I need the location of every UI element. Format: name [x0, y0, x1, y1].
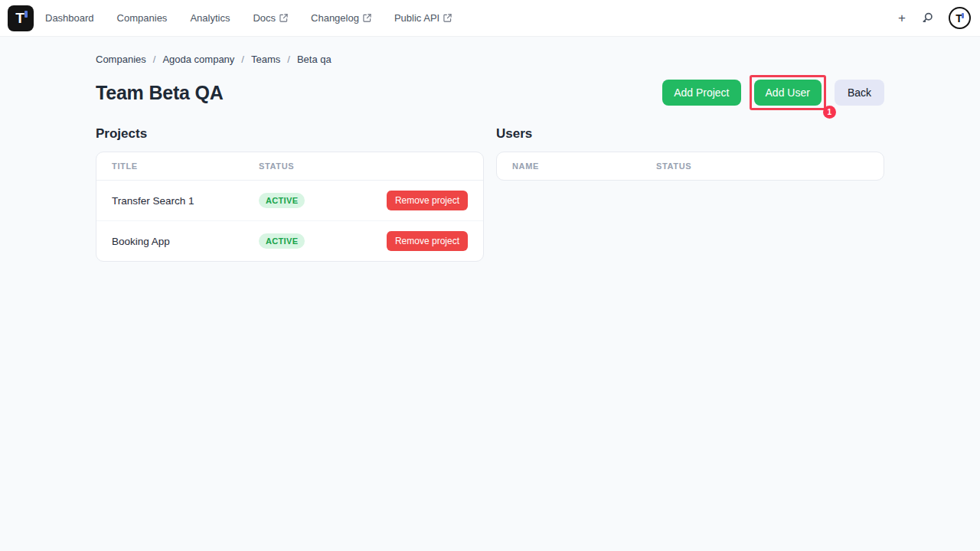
page-title: Team Beta QA: [96, 82, 224, 104]
breadcrumb-separator: /: [287, 54, 290, 65]
external-link-icon: [279, 14, 288, 22]
users-table-header: NAME STATUS: [497, 152, 884, 180]
add-project-button[interactable]: Add Project: [662, 80, 740, 106]
nav-item-companies[interactable]: Companies: [117, 12, 168, 24]
content-sections: Projects TITLE STATUS Transfer Search 1 …: [96, 126, 884, 262]
projects-table-header: TITLE STATUS: [96, 152, 483, 181]
projects-heading: Projects: [96, 126, 484, 142]
remove-project-button[interactable]: Remove project: [387, 191, 468, 210]
main-container: Companies / Agoda company / Teams / Beta…: [96, 54, 884, 262]
projects-table: TITLE STATUS Transfer Search 1 ACTIVE Re…: [96, 152, 484, 262]
table-row: Booking App ACTIVE Remove project: [96, 220, 483, 261]
project-title: Transfer Search 1: [112, 195, 259, 207]
plus-icon[interactable]: +: [898, 11, 906, 24]
breadcrumb-teams[interactable]: Teams: [251, 54, 280, 65]
external-link-icon: [363, 14, 371, 22]
page-actions: Add Project Add User 1 Back: [662, 75, 884, 110]
remove-project-button[interactable]: Remove project: [387, 231, 468, 251]
user-avatar[interactable]: T: [949, 7, 971, 29]
top-navbar: T Dashboard Companies Analytics Docs Cha…: [0, 0, 980, 37]
projects-section: Projects TITLE STATUS Transfer Search 1 …: [96, 126, 484, 262]
breadcrumb-agoda-company[interactable]: Agoda company: [162, 54, 234, 65]
breadcrumb-companies[interactable]: Companies: [96, 54, 146, 65]
nav-item-dashboard[interactable]: Dashboard: [45, 12, 94, 24]
column-status: STATUS: [656, 161, 868, 171]
title-row: Team Beta QA Add Project Add User 1 Back: [96, 75, 884, 110]
users-section: Users NAME STATUS: [496, 126, 884, 181]
add-user-button[interactable]: Add User: [754, 80, 822, 106]
column-status: STATUS: [259, 161, 468, 171]
breadcrumb-current: Beta qa: [297, 54, 332, 65]
nav-links: Dashboard Companies Analytics Docs Chang…: [45, 12, 452, 24]
status-badge: ACTIVE: [259, 193, 305, 208]
users-heading: Users: [496, 126, 884, 142]
breadcrumb: Companies / Agoda company / Teams / Beta…: [96, 54, 884, 65]
nav-item-public-api[interactable]: Public API: [394, 12, 452, 24]
annotation-highlight-box: Add User 1: [750, 75, 826, 110]
app-logo[interactable]: T: [8, 5, 34, 31]
status-badge: ACTIVE: [259, 233, 305, 249]
external-link-icon: [443, 14, 452, 22]
logo-letter: T: [15, 11, 24, 25]
avatar-logo-accent: [962, 13, 964, 18]
nav-item-docs[interactable]: Docs: [253, 12, 288, 24]
users-table: NAME STATUS: [496, 152, 884, 181]
project-title: Booking App: [112, 236, 259, 247]
nav-item-changelog[interactable]: Changelog: [311, 12, 371, 24]
logo-accent: [24, 11, 28, 18]
column-title: TITLE: [112, 161, 259, 171]
nav-item-analytics[interactable]: Analytics: [190, 12, 230, 24]
column-name: NAME: [512, 161, 656, 171]
back-button[interactable]: Back: [835, 80, 884, 106]
table-row: Transfer Search 1 ACTIVE Remove project: [96, 181, 483, 220]
breadcrumb-separator: /: [153, 54, 156, 65]
breadcrumb-separator: /: [241, 54, 244, 65]
navbar-right: + T: [898, 7, 971, 29]
annotation-step-badge: 1: [823, 106, 836, 119]
search-icon[interactable]: [920, 11, 934, 25]
